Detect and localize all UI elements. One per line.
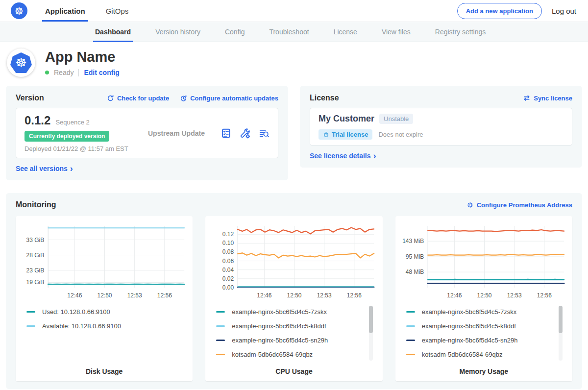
app-avatar: ☸ xyxy=(7,49,35,77)
topnav-tab-application[interactable]: Application xyxy=(42,0,88,22)
current-version-row: 0.1.2 Sequence 2 Currently deployed vers… xyxy=(16,108,278,158)
svg-text:12:53: 12:53 xyxy=(507,292,521,299)
tab-label: View files xyxy=(382,28,411,36)
add-application-button[interactable]: Add a new application xyxy=(457,3,542,19)
chart-title: CPU Usage xyxy=(210,367,377,375)
page-title: App Name xyxy=(45,49,120,65)
status-text: Ready xyxy=(54,69,74,76)
tab-registry-settings[interactable]: Registry settings xyxy=(433,22,488,42)
deploy-logs-icon[interactable] xyxy=(259,128,270,139)
chart-title: Disk Usage xyxy=(21,367,188,375)
disk-usage-chart: 19 GiB23 GiB28 GiB33 GiB12:4612:5012:531… xyxy=(21,221,188,302)
tab-label: License xyxy=(334,28,357,36)
svg-text:0.12: 0.12 xyxy=(222,231,234,238)
svg-text:0.10: 0.10 xyxy=(222,240,234,246)
kubernetes-app-icon: ☸ xyxy=(10,52,32,73)
gear-icon xyxy=(466,201,474,209)
legend-color-dash xyxy=(26,325,35,327)
cpu-usage-legend: example-nginx-5bc6f5d4c5-7zskxexample-ng… xyxy=(216,305,375,363)
config-wrench-icon[interactable] xyxy=(240,128,250,139)
memory-usage-chart-card: 48 MiB95 MiB143 MiB12:4612:5012:5312:56 … xyxy=(395,216,572,381)
channel-badge: Unstable xyxy=(379,114,413,124)
legend-item: Available: 10.128.0.66:9100 xyxy=(26,319,186,333)
sync-license-label: Sync license xyxy=(534,95,572,102)
legend-label: kotsadm-5db6dc6584-69qbz xyxy=(232,351,313,358)
legend-color-dash xyxy=(406,311,415,313)
tab-label: Dashboard xyxy=(95,28,131,36)
legend-color-dash xyxy=(216,354,225,355)
preflight-checks-icon[interactable] xyxy=(220,128,231,139)
legend-label: example-nginx-5bc6f5d4c5-7zskx xyxy=(232,308,327,316)
svg-text:12:56: 12:56 xyxy=(537,292,551,299)
svg-text:23 GiB: 23 GiB xyxy=(26,267,44,274)
tab-label: Version history xyxy=(155,28,200,36)
svg-text:12:56: 12:56 xyxy=(347,292,362,299)
legend-item: example-nginx-5bc6f5d4c5-7zskx xyxy=(216,305,375,319)
legend-scrollbar-track[interactable] xyxy=(559,306,563,361)
monitoring-section: Monitoring Configure Prometheus Address … xyxy=(6,193,582,389)
legend-label: example-nginx-5bc6f5d4c5-sn29h xyxy=(232,337,328,344)
see-license-details-link[interactable]: See license details › xyxy=(310,152,376,160)
edit-config-link[interactable]: Edit config xyxy=(84,69,119,76)
kubernetes-logo-icon[interactable]: ☸ xyxy=(11,2,27,19)
check-for-update-label: Check for update xyxy=(117,95,169,102)
legend-label: example-nginx-5bc6f5d4c5-k8ddf xyxy=(232,322,326,330)
svg-text:0.00: 0.00 xyxy=(222,284,234,291)
tab-view-files[interactable]: View files xyxy=(380,22,413,42)
version-number: 0.1.2 xyxy=(24,114,50,127)
svg-text:143 MiB: 143 MiB xyxy=(402,238,424,244)
svg-text:12:46: 12:46 xyxy=(447,292,462,299)
topnav-right: Add a new application Log out xyxy=(457,3,576,19)
refresh-icon xyxy=(107,95,114,102)
cpu-usage-chart: 0.000.020.040.060.080.100.1212:4612:5012… xyxy=(210,221,377,302)
tab-label: Troubleshoot xyxy=(269,28,309,36)
tab-troubleshoot[interactable]: Troubleshoot xyxy=(267,22,311,42)
svg-text:48 MiB: 48 MiB xyxy=(405,268,423,275)
topnav-tab-label: GitOps xyxy=(106,7,129,15)
clock-refresh-icon xyxy=(180,95,187,102)
svg-text:28 GiB: 28 GiB xyxy=(26,252,44,259)
legend-scrollbar-thumb[interactable] xyxy=(369,306,373,333)
configure-prometheus-label: Configure Prometheus Address xyxy=(477,201,572,209)
legend-scrollbar-track[interactable] xyxy=(369,306,373,361)
legend-color-dash xyxy=(216,311,225,313)
legend-color-dash xyxy=(216,325,225,327)
legend-color-dash xyxy=(406,325,415,327)
legend-label: Used: 10.128.0.66:9100 xyxy=(42,308,110,316)
license-type-badge: Trial license xyxy=(318,129,372,140)
check-for-update-link[interactable]: Check for update xyxy=(107,95,169,102)
topnav-tab-label: Application xyxy=(45,7,85,15)
svg-text:12:46: 12:46 xyxy=(257,292,272,299)
configure-prometheus-link[interactable]: Configure Prometheus Address xyxy=(466,201,572,209)
memory-usage-legend: example-nginx-5bc6f5d4c5-7zskxexample-ng… xyxy=(406,305,565,363)
sync-license-link[interactable]: Sync license xyxy=(523,94,572,102)
tab-config[interactable]: Config xyxy=(223,22,246,42)
legend-scrollbar-thumb[interactable] xyxy=(559,306,563,333)
legend-item: kotsadm-5db6dc6584-69qbz xyxy=(216,347,375,362)
legend-label: Available: 10.128.0.66:9100 xyxy=(42,322,121,330)
legend-label: example-nginx-5bc6f5d4c5-7zskx xyxy=(422,308,517,316)
license-expiry: Does not expire xyxy=(378,131,423,138)
see-all-versions-link[interactable]: See all versions › xyxy=(16,165,73,172)
legend-color-dash xyxy=(406,354,415,355)
legend-label: example-nginx-5bc6f5d4c5-k8ddf xyxy=(422,322,516,330)
tab-license[interactable]: License xyxy=(332,22,359,42)
configure-automatic-updates-label: Configure automatic updates xyxy=(190,95,278,102)
disk-usage-chart-card: 19 GiB23 GiB28 GiB33 GiB12:4612:5012:531… xyxy=(16,216,193,381)
deployed-status-badge: Currently deployed version xyxy=(24,131,109,142)
version-card: Version Check for update Configure autom… xyxy=(6,86,288,180)
see-license-details-label: See license details xyxy=(310,152,371,160)
svg-text:95 MiB: 95 MiB xyxy=(405,253,423,260)
topnav-tab-gitops[interactable]: GitOps xyxy=(103,0,132,22)
legend-item: example-nginx-5bc6f5d4c5-k8ddf xyxy=(406,319,565,333)
app-header: ☸ App Name Ready Edit config xyxy=(0,42,588,86)
logout-button[interactable]: Log out xyxy=(552,7,576,15)
license-type-label: Trial license xyxy=(332,131,368,138)
tab-label: Registry settings xyxy=(435,28,486,36)
legend-item: example-nginx-5bc6f5d4c5-k8ddf xyxy=(216,319,375,333)
tab-version-history[interactable]: Version history xyxy=(153,22,202,42)
monitoring-title: Monitoring xyxy=(16,200,56,209)
configure-automatic-updates-link[interactable]: Configure automatic updates xyxy=(180,95,278,102)
svg-text:12:53: 12:53 xyxy=(317,292,332,299)
tab-dashboard[interactable]: Dashboard xyxy=(93,22,133,42)
